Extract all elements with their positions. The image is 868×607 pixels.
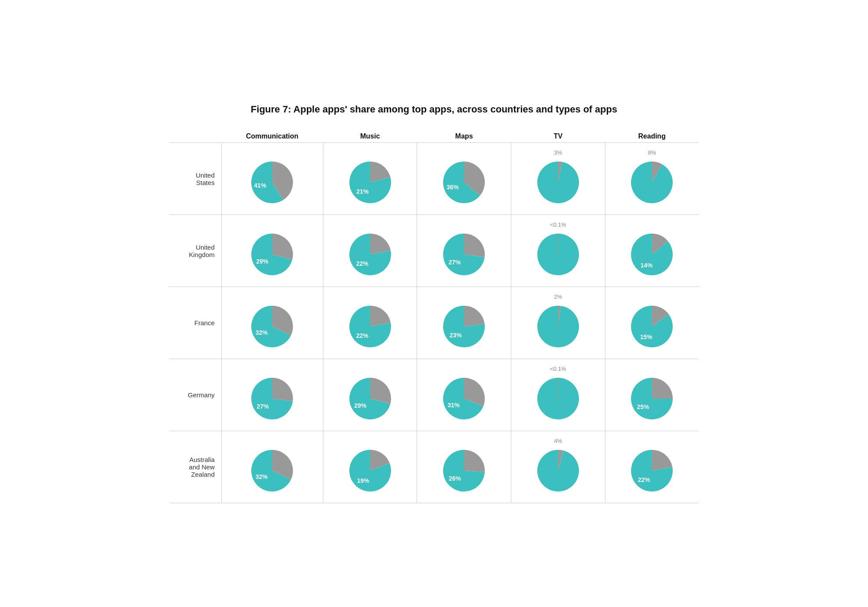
pie-cell: 14% xyxy=(605,215,699,287)
pie-wrapper: 22% xyxy=(326,294,415,352)
pie-chart: 22% xyxy=(346,303,394,350)
pie-chart: 22% xyxy=(628,447,676,495)
pie-wrapper: 29% xyxy=(224,221,321,280)
table-row: UnitedStates41%21%36%3%8% xyxy=(169,143,699,215)
pie-chart: 27% xyxy=(248,375,296,422)
country-label: UnitedKingdom xyxy=(169,215,221,287)
pie-wrapper: 32% xyxy=(224,294,321,352)
pie-wrapper: 8% xyxy=(608,149,697,208)
pie-wrapper: 26% xyxy=(419,438,509,496)
pie-cell: 2% xyxy=(511,287,605,359)
pie-label: 27% xyxy=(449,259,461,266)
pie-label: 15% xyxy=(640,333,653,340)
pie-label: 32% xyxy=(256,329,268,336)
column-header-5: Reading xyxy=(605,128,699,143)
pie-wrapper: 2% xyxy=(513,294,603,352)
pie-cell: 31% xyxy=(417,359,511,431)
pie-cell: <0.1% xyxy=(511,215,605,287)
pie-label: 41% xyxy=(254,182,266,189)
pie-chart: 32% xyxy=(248,447,296,495)
country-label: France xyxy=(169,287,221,359)
pie-wrapper: 22% xyxy=(326,221,415,280)
pie-label: 22% xyxy=(638,476,651,483)
pie-wrapper: 3% xyxy=(513,149,603,208)
pie-chart: 22% xyxy=(346,231,394,278)
pie-label: 23% xyxy=(450,332,462,339)
column-header-1: Communication xyxy=(221,128,323,143)
pie-chart: 29% xyxy=(346,375,394,422)
pie-wrapper: 21% xyxy=(326,149,415,208)
table-row: Germany27%29%31%<0.1%25% xyxy=(169,359,699,431)
pie-wrapper: 14% xyxy=(608,221,697,280)
pie-label: 29% xyxy=(354,402,367,409)
pie-cell: 22% xyxy=(323,215,417,287)
figure-container: Figure 7: Apple apps' share among top ap… xyxy=(152,91,716,516)
gray-slice xyxy=(652,378,673,399)
pie-wrapper: 22% xyxy=(608,438,697,496)
pie-chart: 31% xyxy=(440,375,488,422)
pie-label: 25% xyxy=(637,403,650,410)
pie-label-above: 3% xyxy=(554,149,562,157)
country-label: Australiaand NewZealand xyxy=(169,431,221,503)
table-row: France32%22%23%2%15% xyxy=(169,287,699,359)
column-header-4: TV xyxy=(511,128,605,143)
pie-label: 31% xyxy=(447,402,460,409)
pie-wrapper: 23% xyxy=(419,294,509,352)
pie-cell: 32% xyxy=(221,287,323,359)
pie-chart xyxy=(534,303,582,350)
pie-cell: <0.1% xyxy=(511,359,605,431)
pie-label-above: 2% xyxy=(554,294,562,301)
country-label: Germany xyxy=(169,359,221,431)
pie-wrapper: 32% xyxy=(224,438,321,496)
pie-cell: 36% xyxy=(417,143,511,215)
pie-chart xyxy=(534,158,582,206)
pie-wrapper: 4% xyxy=(513,438,603,496)
pie-label: 14% xyxy=(641,262,653,269)
pie-label: 21% xyxy=(356,188,369,195)
pie-cell: 3% xyxy=(511,143,605,215)
gray-slice xyxy=(272,378,293,401)
pie-cell: 23% xyxy=(417,287,511,359)
pie-chart: 19% xyxy=(346,447,394,495)
pie-label: 27% xyxy=(257,403,270,410)
pie-cell: 8% xyxy=(605,143,699,215)
pie-cell: 27% xyxy=(417,215,511,287)
pie-wrapper: 19% xyxy=(326,438,415,496)
pie-chart: 27% xyxy=(440,231,488,278)
pie-chart: 15% xyxy=(628,303,676,350)
pie-label: 22% xyxy=(356,260,368,267)
pie-cell: 15% xyxy=(605,287,699,359)
column-header-0 xyxy=(169,128,221,143)
pie-cell: 22% xyxy=(605,431,699,503)
pie-chart xyxy=(628,158,676,206)
pie-cell: 22% xyxy=(323,287,417,359)
pie-wrapper: <0.1% xyxy=(513,366,603,424)
pie-chart: 23% xyxy=(440,303,488,350)
pie-cell: 41% xyxy=(221,143,323,215)
pie-cell: 4% xyxy=(511,431,605,503)
pie-wrapper: 27% xyxy=(224,366,321,424)
gray-slice xyxy=(464,234,485,257)
pie-label: 36% xyxy=(447,184,459,191)
chart-table: CommunicationMusicMapsTVReading UnitedSt… xyxy=(169,128,699,503)
pie-chart xyxy=(534,447,582,495)
pie-chart: 32% xyxy=(248,303,296,350)
gray-slice xyxy=(464,450,485,472)
pie-cell: 27% xyxy=(221,359,323,431)
pie-label: 26% xyxy=(449,475,461,482)
pie-chart: 25% xyxy=(628,375,676,422)
pie-cell: 26% xyxy=(417,431,511,503)
pie-wrapper: 41% xyxy=(224,149,321,208)
column-header-2: Music xyxy=(323,128,417,143)
pie-label: 22% xyxy=(356,332,368,339)
pie-chart: 21% xyxy=(346,158,394,206)
pie-wrapper: 31% xyxy=(419,366,509,424)
column-header-3: Maps xyxy=(417,128,511,143)
table-row: UnitedKingdom29%22%27%<0.1%14% xyxy=(169,215,699,287)
pie-chart: 36% xyxy=(440,158,488,206)
pie-cell: 32% xyxy=(221,431,323,503)
pie-wrapper: 25% xyxy=(608,366,697,424)
pie-label-above: 8% xyxy=(648,149,656,157)
pie-cell: 25% xyxy=(605,359,699,431)
pie-wrapper: 15% xyxy=(608,294,697,352)
